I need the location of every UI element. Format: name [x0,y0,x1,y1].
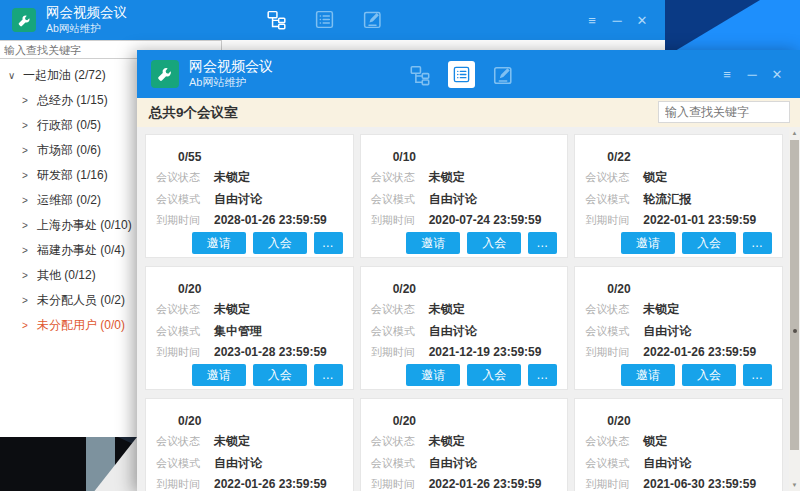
room-occupancy: 0/20 [393,414,416,428]
wrench-icon [155,64,175,84]
wrench-icon [155,64,175,84]
mode-label: 会议模式 [371,192,429,207]
edit-icon[interactable] [362,9,383,30]
room-status: 未锁定 [214,433,250,450]
expiry-label: 到期时间 [156,213,214,228]
people-icon [371,413,386,428]
join-button[interactable]: 入会 [682,364,736,386]
scrollbar[interactable]: ▲ ▼ [789,127,800,491]
list-view-icon[interactable] [448,61,475,88]
chevron-icon[interactable]: > [22,120,37,131]
more-button[interactable]: … [528,232,557,254]
app-subtitle: Ab网站维护 [46,22,127,35]
close-icon[interactable]: ✕ [770,67,784,82]
more-button[interactable]: … [743,364,772,386]
chevron-icon[interactable]: > [22,295,37,306]
chevron-icon[interactable]: ∨ [8,70,23,81]
people-icon [156,413,171,428]
room-mode: 自由讨论 [429,191,477,208]
expiry-label: 到期时间 [371,345,429,360]
room-mode: 自由讨论 [429,455,477,472]
room-expiry: 2021-06-30 23:59:59 [643,477,756,491]
minimize-icon[interactable]: ─ [610,13,624,28]
close-icon[interactable]: ✕ [635,13,649,28]
mode-field: 会议模式 自由讨论 [371,455,558,472]
summary-bar: 总共9个会议室 [137,98,800,127]
join-button[interactable]: 入会 [253,364,307,386]
join-button[interactable]: 入会 [682,232,736,254]
app-titles: 网会视频会议 Ab网站维护 [46,5,127,35]
more-button[interactable]: … [314,364,343,386]
room-search-input[interactable] [658,101,790,123]
mode-label: 会议模式 [371,456,429,471]
status-field: 会议状态 锁定 [585,433,772,450]
room-status: 未锁定 [429,301,465,318]
chevron-icon[interactable]: > [22,320,37,331]
chevron-icon[interactable]: > [22,270,37,281]
room-expiry: 2028-01-26 23:59:59 [214,213,327,227]
expiry-field: 到期时间 2021-06-30 23:59:59 [585,477,772,491]
people-icon [585,149,600,164]
minimize-icon[interactable]: ─ [745,67,759,82]
meeting-room-card: 行政会议室 0/20 会议状态 未锁定 会议模式 集中管理 到期时间 2023-… [145,266,354,390]
invite-button[interactable]: 邀请 [406,364,460,386]
room-expiry: 2022-01-26 23:59:59 [429,477,542,491]
expiry-field: 到期时间 2023-01-28 23:59:59 [156,345,343,360]
scroll-up-icon[interactable]: ▲ [789,127,800,139]
scroll-down-icon[interactable]: ▼ [789,479,800,491]
card-actions: 邀请 入会 … [585,360,772,386]
join-button[interactable]: 入会 [467,232,521,254]
room-status: 未锁定 [429,169,465,186]
chevron-icon[interactable]: > [22,220,37,231]
join-button[interactable]: 入会 [253,232,307,254]
list-view-icon[interactable] [314,9,335,30]
join-button[interactable]: 入会 [467,364,521,386]
room-status: 未锁定 [643,301,679,318]
expiry-label: 到期时间 [585,213,643,228]
invite-button[interactable]: 邀请 [192,364,246,386]
menu-icon[interactable]: ≡ [585,13,599,28]
chevron-icon[interactable]: > [22,145,37,156]
tree-item-label: 总经办 (1/15) [37,92,108,109]
more-button[interactable]: … [314,232,343,254]
invite-button[interactable]: 邀请 [406,232,460,254]
invite-button[interactable]: 邀请 [192,232,246,254]
status-label: 会议状态 [156,170,214,185]
wrench-icon [16,12,33,29]
wallpaper-navy-triangle [665,0,800,50]
tree-item-label: 市场部 (0/6) [37,142,101,159]
more-button[interactable]: … [743,232,772,254]
scrollbar-thumb[interactable] [790,140,799,450]
invite-button[interactable]: 邀请 [621,232,675,254]
invite-button[interactable]: 邀请 [621,364,675,386]
expiry-field: 到期时间 2021-12-19 23:59:59 [371,345,558,360]
more-button[interactable]: … [528,364,557,386]
status-field: 会议状态 未锁定 [156,433,343,450]
status-field: 会议状态 锁定 [585,169,772,186]
chevron-icon[interactable]: > [22,170,37,181]
org-chart-icon[interactable] [266,9,287,30]
occupancy-row: 0/20 [156,281,343,296]
room-occupancy: 0/20 [607,282,630,296]
app-titles: 网会视频会议 Ab网站维护 [189,58,273,89]
menu-icon[interactable]: ≡ [720,67,734,82]
expiry-field: 到期时间 2020-07-24 23:59:59 [371,213,558,228]
people-icon [156,149,171,164]
expiry-label: 到期时间 [371,213,429,228]
chevron-icon[interactable]: > [22,95,37,106]
occupancy-row: 0/20 [371,281,558,296]
occupancy-row: 0/20 [585,413,772,428]
chevron-icon[interactable]: > [22,195,37,206]
desktop-wallpaper-bottom-left [0,437,137,491]
mode-label: 会议模式 [585,192,643,207]
mode-field: 会议模式 自由讨论 [585,323,772,340]
edit-icon[interactable] [492,64,514,86]
room-status: 未锁定 [214,301,250,318]
card-actions: 邀请 入会 … [585,228,772,254]
occupancy-row: 0/20 [371,413,558,428]
people-icon [585,413,600,428]
org-chart-icon[interactable] [409,64,431,86]
chevron-icon[interactable]: > [22,245,37,256]
wrench-icon [16,12,33,29]
meeting-room-card: 例会会议室 0/55 会议状态 未锁定 会议模式 自由讨论 到期时间 2028-… [145,134,354,258]
